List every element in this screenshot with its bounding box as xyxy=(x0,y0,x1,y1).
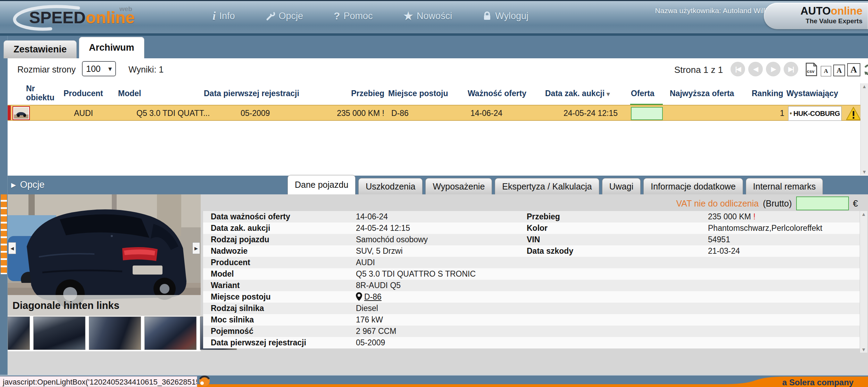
font-size-large-button[interactable]: A xyxy=(847,63,860,76)
tab-archiwum[interactable]: Archiwum xyxy=(79,37,144,58)
page-size-select[interactable]: 100 ▾ xyxy=(82,61,116,76)
col-oferta[interactable]: Oferta xyxy=(631,89,654,98)
detail-value: Phantomschwarz,Perlcoloreffekt xyxy=(708,224,822,233)
detail-row: Moc silnika 176 kW xyxy=(203,314,860,326)
detail-value: AUDI xyxy=(356,258,375,267)
page-size-value: 100 xyxy=(86,64,101,74)
table-header-row: Nr obiektu Producent Model Data pierwsze… xyxy=(8,83,868,105)
col-ranking[interactable]: Ranking xyxy=(752,89,783,98)
col-nr-obiektu[interactable]: Nr obiektu xyxy=(26,84,65,102)
detail-row: Data pierwszej rejestracji 05-2009 xyxy=(203,337,860,348)
detail-label: Kolor xyxy=(527,224,548,233)
detail-label: Pojemność xyxy=(211,327,253,336)
nav-opcje[interactable]: Opcje xyxy=(266,11,303,22)
left-rail xyxy=(0,36,8,375)
tab-zestawienie[interactable]: Zestawienie xyxy=(3,40,77,58)
options-toggle[interactable]: ▶ Opcje xyxy=(11,179,44,190)
col-model[interactable]: Model xyxy=(118,89,141,98)
warning-icon xyxy=(846,107,861,122)
nav-info[interactable]: i Info xyxy=(212,9,235,23)
nav-nowosci[interactable]: ★ Nowości xyxy=(403,9,452,23)
col-przebieg[interactable]: Przebieg xyxy=(325,89,384,98)
cell-data-zak-aukcji: 24-05-24 12:15 xyxy=(564,109,618,118)
detail-label: Miejsce postoju xyxy=(211,292,271,302)
table-row[interactable]: AUDI Q5 3.0 TDI QUATT... 05-2009 235 000… xyxy=(8,105,868,121)
speedonline-app: SPEEDonline web i Info Opcje ? Pomoc ★ xyxy=(0,0,868,387)
vehicle-main-photo[interactable]: Diagonale hinten links xyxy=(8,194,201,316)
scroll-up-icon[interactable]: ▲ xyxy=(862,83,867,90)
thumbnail-1[interactable] xyxy=(8,317,30,350)
scroll-down-icon[interactable]: ▼ xyxy=(861,346,866,353)
lightbox-icon xyxy=(198,374,211,387)
thumbnail-3[interactable] xyxy=(89,317,141,350)
col-producent[interactable]: Producent xyxy=(64,89,103,98)
detail-scrollbar[interactable]: ▲ ▼ xyxy=(860,211,867,353)
col-miejsce-postoju[interactable]: Miejsce postoju xyxy=(388,89,448,98)
detail-value: 21-03-24 xyxy=(708,246,740,256)
prev-photo-icon[interactable]: ◀ xyxy=(8,242,16,254)
page-info: Strona 1 z 1 xyxy=(674,65,723,75)
cell-przebieg: 235 000 KM ! xyxy=(315,109,384,118)
col-najwyzsza-oferta[interactable]: Najwyższa oferta xyxy=(670,89,734,98)
nav-wyloguj[interactable]: Wyloguj xyxy=(483,11,528,22)
detail-label: Data szkody xyxy=(527,246,573,256)
star-icon: ★ xyxy=(403,9,413,23)
col-wystawiajacy[interactable]: Wystawiający xyxy=(786,89,838,98)
scroll-down-icon[interactable]: ▼ xyxy=(862,169,867,175)
cell-producent: AUDI xyxy=(74,109,93,118)
cell-data-rejestracji: 05-2009 xyxy=(241,109,270,118)
options-arrow-icon: ▶ xyxy=(11,181,16,189)
photo-caption: Diagonale hinten links xyxy=(8,295,201,316)
brand-online-text: online xyxy=(831,5,862,17)
next-photo-icon[interactable]: ▶ xyxy=(192,242,200,254)
vat-amount-input[interactable] xyxy=(796,196,849,210)
font-size-small-button[interactable]: A xyxy=(821,66,831,76)
refresh-icon[interactable] xyxy=(862,63,868,78)
offer-input[interactable] xyxy=(631,107,663,120)
detail-label: Producent xyxy=(211,258,250,267)
scroll-up-icon[interactable]: ▲ xyxy=(861,211,866,217)
nav-pomoc-label: Pomoc xyxy=(343,11,373,22)
tab-uszkodzenia[interactable]: Uszkodzenia xyxy=(358,178,423,194)
bottom-bar: a Solera company javascript:OpenLightBox… xyxy=(0,375,868,387)
last-page-icon[interactable]: ▶| xyxy=(784,62,798,76)
detail-value: 176 kW xyxy=(356,315,383,325)
brand-tagline: The Value Experts xyxy=(764,17,862,26)
detail-label: Rodzaj pojazdu xyxy=(211,235,269,244)
thumbnail-4[interactable] xyxy=(144,317,197,350)
tab-uwagi[interactable]: Uwagi xyxy=(602,178,641,194)
detail-label: Nadwozie xyxy=(211,246,248,256)
col-data-rejestracji[interactable]: Data pierwszej rejestracji xyxy=(204,89,299,98)
tab-internal-remarks[interactable]: Internal remarks xyxy=(746,178,823,194)
col-waznosc-oferty[interactable]: Ważność oferty xyxy=(468,89,526,98)
col-data-zak-aukcji[interactable]: Data zak. aukcji▾ xyxy=(545,89,610,98)
detail-row: Rodzaj pojazdu Samochód osobowy VIN 5495… xyxy=(203,234,860,245)
detail-label: Data zak. aukcji xyxy=(211,224,270,233)
detail-row: Miejsce postoju D-86 xyxy=(203,291,860,303)
next-page-icon[interactable]: ▶ xyxy=(766,62,781,76)
nav-pomoc[interactable]: ? Pomoc xyxy=(334,10,373,22)
export-csv-icon[interactable]: csv xyxy=(805,62,818,78)
detail-value: 235 000 KM ! xyxy=(708,212,756,221)
thumbnail-2[interactable] xyxy=(33,317,85,350)
results-count: Wyniki: 1 xyxy=(128,65,164,75)
tab-dane-pojazdu[interactable]: Dane pojazdu xyxy=(287,175,356,194)
currency-symbol: € xyxy=(853,198,858,209)
tab-informacje-dodatkowe[interactable]: Informacje dodatkowe xyxy=(643,178,743,194)
table-scrollbar[interactable]: ▲ ▼ xyxy=(860,83,868,175)
prev-page-icon[interactable]: ◀ xyxy=(748,62,763,76)
main-tab-strip: Zestawienie Archiwum xyxy=(3,37,144,58)
huk-shield-icon xyxy=(790,108,792,119)
tab-ekspertyza[interactable]: Ekspertyza / Kalkulacja xyxy=(495,178,599,194)
detail-value: Q5 3.0 TDI QUATTRO S TRONIC xyxy=(356,269,476,279)
tab-wyposazenie[interactable]: Wyposażenie xyxy=(425,178,492,194)
top-header: SPEEDonline web i Info Opcje ? Pomoc ★ xyxy=(0,0,868,33)
row-photo-icon[interactable] xyxy=(12,106,30,120)
detail-row: Rodzaj silnika Diesel xyxy=(203,303,860,314)
detail-value: 24-05-24 12:15 xyxy=(356,224,410,233)
location-link[interactable]: D-86 xyxy=(364,292,382,301)
first-page-icon[interactable]: |◀ xyxy=(731,62,745,76)
detail-value: SUV, 5 Drzwi xyxy=(356,246,403,256)
info-icon: i xyxy=(212,9,216,23)
font-size-medium-button[interactable]: A xyxy=(833,65,845,76)
